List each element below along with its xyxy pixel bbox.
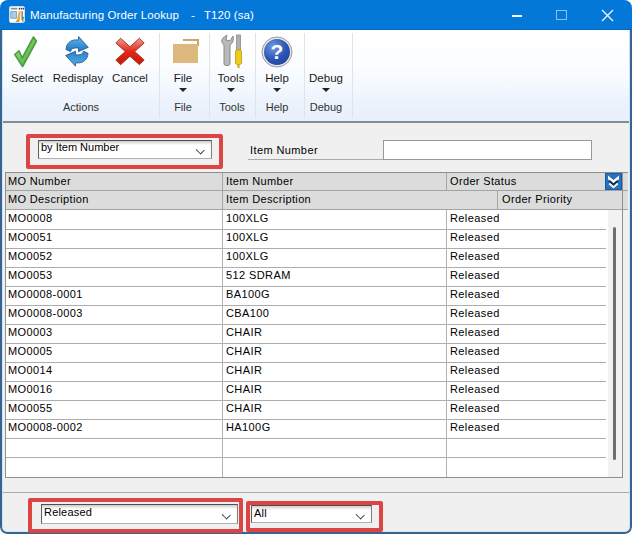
svg-text:?: ? <box>271 40 284 63</box>
